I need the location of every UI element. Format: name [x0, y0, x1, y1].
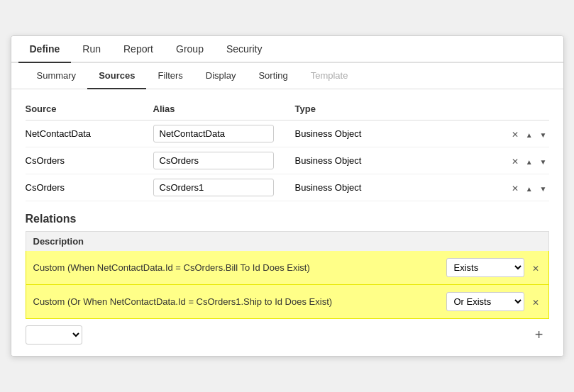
- col-header-actions: [492, 103, 549, 114]
- relation-description: Custom (Or When NetContactData.Id = CsOr…: [33, 296, 446, 307]
- alias-input-1[interactable]: [153, 152, 274, 169]
- sub-nav-sources[interactable]: Sources: [87, 63, 146, 89]
- remove-relation-0-button[interactable]: [530, 261, 541, 275]
- x-icon: [532, 262, 539, 274]
- remove-relation-1-button[interactable]: [530, 295, 541, 309]
- arrow-down-icon: [540, 182, 547, 194]
- content-area: Source Alias Type NetContactData Busines…: [11, 89, 563, 356]
- x-icon: [512, 155, 519, 167]
- x-icon: [532, 296, 539, 308]
- arrow-up-icon: [526, 155, 533, 167]
- remove-row-2-button[interactable]: [509, 181, 521, 195]
- add-relation-button[interactable]: +: [529, 325, 549, 345]
- x-icon: [512, 128, 519, 140]
- remove-row-0-button[interactable]: [509, 127, 521, 141]
- move-up-row-1-button[interactable]: [524, 154, 535, 168]
- col-header-source: Source: [26, 103, 153, 114]
- sub-nav-sorting[interactable]: Sorting: [247, 63, 299, 89]
- source-name: CsOrders: [26, 182, 153, 193]
- col-header-alias: Alias: [153, 103, 295, 114]
- table-row: CsOrders Business Object: [26, 147, 549, 174]
- top-nav-define[interactable]: Define: [18, 36, 72, 63]
- relations-bottom-row: Exists Or Exists +: [26, 325, 549, 345]
- sources-header-row: Source Alias Type: [26, 101, 549, 121]
- relation-select-0[interactable]: Exists Or Exists And Exists: [446, 258, 524, 277]
- top-nav: Define Run Report Group Security: [11, 36, 563, 63]
- move-down-row-2-button[interactable]: [538, 181, 549, 195]
- top-nav-security[interactable]: Security: [215, 36, 274, 63]
- move-up-row-2-button[interactable]: [524, 181, 535, 195]
- top-nav-report[interactable]: Report: [112, 36, 165, 63]
- relation-type-select[interactable]: Exists Or Exists: [26, 325, 82, 345]
- sub-nav-filters[interactable]: Filters: [146, 63, 194, 89]
- source-name: NetContactData: [26, 128, 153, 139]
- alias-cell: [153, 179, 295, 196]
- col-header-type: Type: [295, 103, 492, 114]
- type-cell: Business Object: [295, 182, 492, 193]
- x-icon: [512, 182, 519, 194]
- sub-nav-template: Template: [299, 63, 360, 89]
- relations-section: Relations Description Custom (When NetCo…: [26, 213, 549, 345]
- type-cell: Business Object: [295, 128, 492, 139]
- main-window: Define Run Report Group Security Summary…: [11, 35, 564, 357]
- relations-header: Description: [26, 231, 549, 251]
- relation-description: Custom (When NetContactData.Id = CsOrder…: [33, 262, 446, 273]
- alias-cell: [153, 152, 295, 169]
- row-actions: [492, 127, 549, 141]
- table-row: CsOrders Business Object: [26, 174, 549, 201]
- move-up-row-0-button[interactable]: [524, 127, 535, 141]
- row-actions: [492, 154, 549, 168]
- table-row: NetContactData Business Object: [26, 121, 549, 147]
- relation-row: Custom (Or When NetContactData.Id = CsOr…: [26, 285, 549, 319]
- top-nav-run[interactable]: Run: [71, 36, 112, 63]
- type-cell: Business Object: [295, 155, 492, 166]
- remove-row-1-button[interactable]: [509, 154, 521, 168]
- relations-title: Relations: [26, 213, 549, 225]
- row-actions: [492, 181, 549, 195]
- sub-nav: Summary Sources Filters Display Sorting …: [11, 63, 563, 89]
- source-name: CsOrders: [26, 155, 153, 166]
- move-down-row-0-button[interactable]: [538, 127, 549, 141]
- sub-nav-display[interactable]: Display: [194, 63, 248, 89]
- arrow-up-icon: [526, 128, 533, 140]
- arrow-down-icon: [540, 128, 547, 140]
- alias-input-0[interactable]: [153, 125, 274, 142]
- top-nav-group[interactable]: Group: [165, 36, 215, 63]
- arrow-down-icon: [540, 155, 547, 167]
- move-down-row-1-button[interactable]: [538, 154, 549, 168]
- alias-input-2[interactable]: [153, 179, 274, 196]
- relation-select-1[interactable]: Exists Or Exists And Exists: [446, 292, 524, 311]
- sources-table: Source Alias Type NetContactData Busines…: [26, 101, 549, 201]
- sub-nav-summary[interactable]: Summary: [26, 63, 88, 89]
- arrow-up-icon: [526, 182, 533, 194]
- relation-row: Custom (When NetContactData.Id = CsOrder…: [26, 251, 549, 285]
- alias-cell: [153, 125, 295, 142]
